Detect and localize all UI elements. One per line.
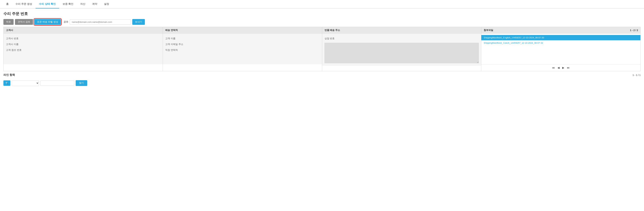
shipping-section: 배송 연락처 고객 이름 고객 이메일 주소 직장 연락처 [163, 27, 322, 71]
customer-section-body: 고객사 번호 고객사 이름 고객 참조 번호 [4, 34, 163, 64]
return-address-section: 반품 배송 주소 상점 번호 [322, 27, 482, 71]
top-navigation: 홈 수리 주문 생성 수리 상태 확인 보증 확인 자산 계약 설정 [0, 0, 644, 8]
toolbar: 뒤로 견적서 검토 표준 배송 라벨 생성 공유 보내기 [0, 18, 644, 27]
nav-item-contract[interactable]: 계약 [89, 0, 101, 8]
content-area: 고객사 고객사 번호 고객사 이름 고객 참조 번호 배송 연락처 고객 이름 … [4, 27, 640, 71]
attachment-pagination: ⏮ ◀ ▶ ⏭ [481, 64, 640, 71]
nav-item-warranty[interactable]: 보증 확인 [59, 0, 77, 8]
find-button[interactable]: 찾기 [76, 80, 87, 86]
customer-section: 고객사 고객사 번호 고객사 이름 고객 참조 번호 [4, 27, 163, 71]
attachments-section: 첨부파일 1 - 2 / 2 ShippingManifest1_English… [481, 27, 640, 71]
work-contact-field: 직장 연락처 [165, 47, 320, 53]
back-button[interactable]: 뒤로 [4, 19, 14, 25]
attachment-list: ShippingManifest1_English_14459257_12-10… [481, 34, 640, 64]
attachments-header: 첨부파일 1 - 2 / 2 [481, 27, 640, 34]
pagination-prev-button[interactable]: ◀ [557, 66, 560, 70]
pagination-first-button[interactable]: ⏮ [551, 66, 556, 70]
customer-section-header: 고객사 [4, 27, 163, 34]
nav-item-assets[interactable]: 자산 [77, 0, 89, 8]
return-address-header: 반품 배송 주소 [322, 27, 481, 34]
search-category-select[interactable] [12, 80, 39, 86]
sections-row: 고객사 고객사 번호 고객사 이름 고객 참조 번호 배송 연락처 고객 이름 … [4, 27, 640, 71]
attachment-item-2[interactable]: ShippingManifest2_Czech_14459257_12-10-2… [481, 40, 640, 45]
customer-number-field: 고객사 번호 [6, 36, 160, 41]
pagination-last-button[interactable]: ⏭ [566, 66, 570, 70]
shipping-section-header: 배송 연락처 [163, 27, 322, 34]
nav-item-create-order[interactable]: 수리 주문 생성 [12, 0, 36, 8]
estimate-review-button[interactable]: 견적서 검토 [15, 19, 33, 25]
customer-ref-field: 고객 참조 번호 [6, 47, 160, 53]
search-bar: 🔍 찾기 [0, 79, 644, 87]
line-items-count: 1 - 1 / 1 [632, 74, 640, 76]
search-icon-button[interactable]: 🔍 [4, 80, 10, 86]
line-items-title: 라인 항목 [4, 73, 15, 77]
generate-shipping-label-button[interactable]: 표준 배송 라벨 생성 [34, 19, 61, 25]
return-address-body: 상점 번호 [322, 34, 481, 66]
line-items-header: 라인 항목 1 - 1 / 1 [0, 71, 644, 79]
attachments-title: 첨부파일 [484, 29, 493, 32]
share-email-input[interactable] [70, 19, 131, 25]
customer-name-field: 고객사 이름 [6, 41, 160, 47]
shop-number-label: 상점 번호 [324, 36, 479, 41]
customer-name-shipping-field: 고객 이름 [165, 36, 320, 41]
customer-email-field: 고객 이메일 주소 [165, 41, 320, 47]
share-label: 공유 [64, 20, 68, 23]
pagination-next-button[interactable]: ▶ [562, 66, 565, 70]
nav-item-home[interactable]: 홈 [3, 0, 12, 8]
attachments-pagination-count: 1 - 2 / 2 [630, 29, 638, 32]
nav-item-status[interactable]: 수리 상태 확인 [36, 0, 59, 8]
attachment-item-1[interactable]: ShippingManifest1_English_14459257_12-10… [481, 35, 640, 40]
shipping-section-body: 고객 이름 고객 이메일 주소 직장 연락처 [163, 34, 322, 64]
search-text-input[interactable] [40, 80, 74, 86]
address-textarea[interactable] [324, 43, 479, 63]
page-title: 수리 주문 번호 [0, 8, 644, 18]
nav-item-settings[interactable]: 설정 [101, 0, 112, 8]
send-button[interactable]: 보내기 [132, 19, 145, 25]
